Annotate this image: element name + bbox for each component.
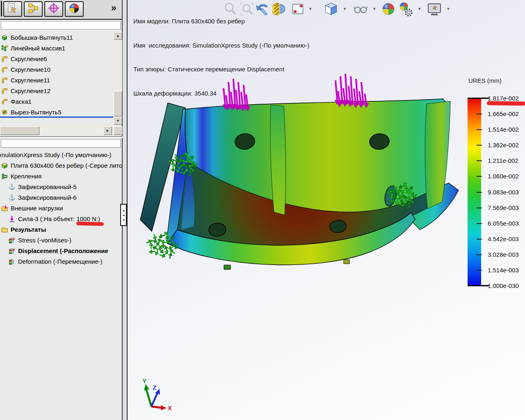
feature-tree: Бобышка-Вытянуть11Линейный массив1Скругл… <box>0 32 113 117</box>
tree-item-label: Зафиксированный-6 <box>18 194 77 201</box>
tree-item-label: mulationXpress Study (-По умолчанию-) <box>0 151 112 158</box>
panel-gutter: ◄ ◄ ◄ <box>123 0 128 420</box>
tree-item-label: Displacement (-Расположение <box>18 247 108 254</box>
view-orientation-icon[interactable] <box>323 1 339 17</box>
feature-tree-item[interactable]: Скругление6 <box>0 53 113 64</box>
panel-divider <box>0 136 123 138</box>
legend-value: 6.055e-003 <box>488 220 525 227</box>
zoom-fit-icon[interactable] <box>223 1 238 17</box>
feature-manager-panel: » Бобышка-Вытянуть11Линейный массив1Скру… <box>0 0 123 420</box>
sim-tree-item[interactable]: σStress (-vonMises-) <box>0 235 129 245</box>
legend-tick <box>477 239 482 240</box>
viewport-dropdown-icon[interactable]: ▾ <box>309 6 312 11</box>
horizontal-scrollbar[interactable]: ► <box>0 126 123 135</box>
configurationmanager-icon <box>27 2 39 16</box>
plot-type-line: Тип эпюры: Статическое перемещение Displ… <box>133 65 309 73</box>
section-view-icon[interactable] <box>272 1 288 17</box>
deformation-plot-icon <box>8 258 16 265</box>
feature-tree-item[interactable]: Скругление11 <box>0 75 113 85</box>
feature-tree-item[interactable]: Фаска1 <box>0 96 113 107</box>
external-loads-icon <box>1 205 9 212</box>
rollback-bar[interactable] <box>0 116 113 118</box>
legend-value: 4.542e-003 <box>488 235 525 243</box>
triad-z-label: Z <box>153 384 156 391</box>
tree-filter-bar[interactable] <box>1 21 121 30</box>
scroll-up-icon[interactable]: ▲ <box>114 32 122 40</box>
feature-tree-scrollbar[interactable]: ▲ ▼ <box>114 32 122 125</box>
scrollbar-thumb[interactable] <box>114 91 122 116</box>
tree-item-label: Скругление10 <box>11 66 50 73</box>
display-style-dropdown-icon[interactable]: ▾ <box>373 6 376 11</box>
feature-tree-item[interactable]: Скругление10 <box>0 64 113 75</box>
legend-tick <box>477 114 482 114</box>
view-settings-icon[interactable] <box>427 1 442 17</box>
model-name-line: Имя модели: Плита 630x400 без ребер <box>133 17 309 25</box>
fillet-icon <box>1 55 9 62</box>
tree-item-label: Линейный массив1 <box>11 45 65 52</box>
collapse-left-icon: ◄ <box>122 214 125 217</box>
legend-value: 1.665e-002 <box>488 110 525 118</box>
legend-value: 9.083e-003 <box>488 189 525 196</box>
sim-tree-item[interactable]: Сила-3 (:На объект: 1000 N:) <box>0 213 129 224</box>
legend-title: URES (mm) <box>468 77 502 84</box>
manager-tabs: » <box>0 0 122 20</box>
feature-tree-item[interactable]: Вырез-Вытянуть5 <box>0 107 113 117</box>
sim-tree-item[interactable]: Плита 630x400 без ребер (-Серое лито <box>0 160 122 171</box>
viewport-icon[interactable] <box>290 1 306 17</box>
view-orientation-dropdown-icon[interactable]: ▾ <box>344 6 346 11</box>
legend-tick <box>477 223 482 224</box>
scroll-right-icon[interactable]: ► <box>103 126 112 135</box>
legend-tick <box>477 270 482 271</box>
part-icon <box>1 162 9 169</box>
force-value-red-marker <box>76 221 104 226</box>
sim-tree-item[interactable]: Deformation (-Перемещение-) <box>0 256 129 267</box>
triad-y-label: Y <box>142 377 146 384</box>
3d-viewport[interactable]: X Y Z Имя модели: Плита 630x400 без ребе… <box>128 0 525 420</box>
feature-tree-item[interactable]: Бобышка-Вытянуть11 <box>0 32 113 43</box>
manager-tab-dimxpertmanager[interactable] <box>44 1 63 17</box>
fixed-restraint-icon: ⚓ <box>8 194 16 201</box>
hscroll-thumb[interactable] <box>0 126 39 135</box>
triad-x-label: X <box>168 404 172 411</box>
boss-extrude-icon <box>1 34 9 41</box>
sim-tree-item[interactable]: ⚓Зафиксированный-6 <box>0 192 129 203</box>
tabs-overflow-button[interactable]: » <box>111 2 116 14</box>
tree-item-label: Скругление6 <box>11 55 47 62</box>
view-settings-dropdown-icon[interactable]: ▾ <box>447 6 450 11</box>
zoom-area-icon[interactable] <box>239 1 255 17</box>
sim-tree-item[interactable]: Внешние нагрузки <box>0 203 122 213</box>
appearance-icon[interactable] <box>398 1 413 17</box>
svg-text:σ: σ <box>13 237 15 241</box>
shadows-icon[interactable] <box>381 1 396 17</box>
scroll-down-icon[interactable]: ▼ <box>114 117 122 125</box>
fixed-restraint-icon: ⚓ <box>8 183 16 190</box>
tree-item-label: Скругление11 <box>11 77 50 84</box>
linear-pattern-icon <box>1 45 9 52</box>
legend-value: 3.028e-003 <box>488 251 525 258</box>
manager-tab-configurationmanager[interactable] <box>24 1 43 17</box>
manager-tab-displaymanager[interactable] <box>65 1 84 17</box>
sim-tree-item[interactable]: mulationXpress Study (-По умолчанию-) <box>0 149 122 160</box>
orientation-triad: X Y Z <box>142 377 172 411</box>
force-arrows <box>335 74 369 108</box>
legend-value: 1.000e-030 <box>488 282 525 290</box>
sim-tree-item[interactable]: uDisplacement (-Расположение <box>0 245 129 256</box>
tree-item-label: Крепления <box>11 173 41 180</box>
sim-tree-item[interactable]: Крепления <box>0 171 122 181</box>
appearance-dropdown-icon[interactable]: ▾ <box>418 6 421 11</box>
feature-tree-item[interactable]: Скругление12 <box>0 85 113 96</box>
scrollbar-corner <box>114 126 123 135</box>
solidworks-window: » Бобышка-Вытянуть11Линейный массив1Скру… <box>0 0 525 420</box>
sim-tree-item[interactable]: ⚓Зафиксированный-5 <box>0 181 129 192</box>
sim-tree-item[interactable]: Результаты <box>0 224 122 235</box>
deformation-scale-line: Шкала деформации: 3540.34 <box>133 89 309 98</box>
feature-tree-item[interactable]: Линейный массив1 <box>0 43 113 53</box>
display-style-icon[interactable] <box>353 1 368 17</box>
panel-splitter[interactable]: ◄ ◄ ◄ <box>120 204 127 226</box>
tree-item-label: Сила-3 (:На объект: 1000 N:) <box>18 215 100 222</box>
tree-item-label: Вырез-Вытянуть5 <box>11 109 62 116</box>
manager-tab-propertymanager[interactable] <box>3 1 22 17</box>
simulation-tree: mulationXpress Study (-По умолчанию-)Пли… <box>0 149 122 268</box>
previous-view-icon[interactable] <box>254 1 270 17</box>
tree-item-label: Внешние нагрузки <box>11 205 63 212</box>
